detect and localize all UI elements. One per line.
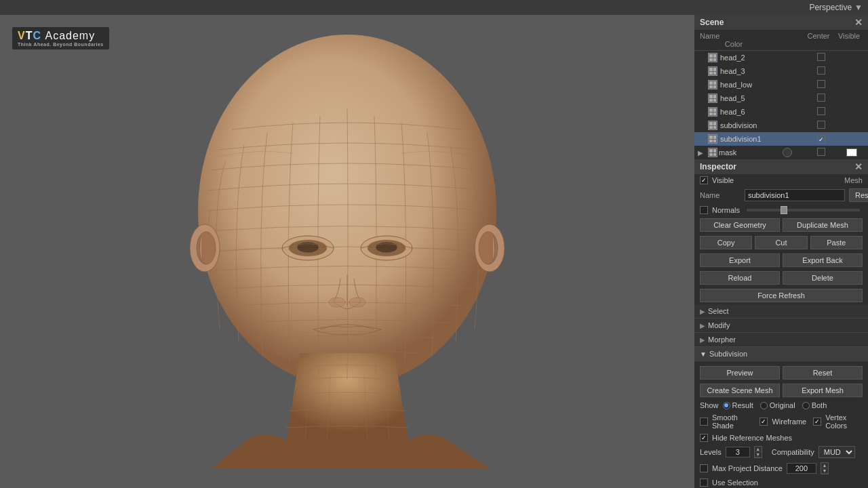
inspector-close-button[interactable]: ✕ <box>854 162 863 171</box>
show-both-option[interactable]: Both <box>802 401 827 409</box>
scene-row-icon-subdivision <box>708 121 717 130</box>
scene-panel: Scene ✕ Name Center Visible Color head <box>694 15 868 159</box>
visible-checkbox[interactable] <box>700 176 708 184</box>
subdivision-section-header[interactable]: ▼ Subdivision <box>694 347 868 361</box>
inspector-panel-header: Inspector ✕ <box>694 159 868 174</box>
scene-row-visible-head_5[interactable] <box>817 94 825 102</box>
scene-column-headers: Name Center Visible Color <box>694 30 868 51</box>
export-button[interactable]: Export <box>700 253 780 267</box>
paste-button[interactable]: Paste <box>810 236 863 249</box>
smooth-shade-checkbox[interactable] <box>700 418 708 426</box>
select-section-header[interactable]: ▶ Select <box>694 304 868 319</box>
normals-slider[interactable] <box>747 209 860 211</box>
scene-row-visible-subdivision[interactable] <box>817 121 825 129</box>
head-wireframe-svg <box>110 21 585 482</box>
use-selection-row: Use Selection <box>694 476 868 488</box>
cut-button[interactable]: Cut <box>755 236 807 249</box>
scene-row-color-mask[interactable] <box>846 148 857 157</box>
levels-row: Levels ▲ ▼ Compatibility MUD <box>694 444 868 460</box>
show-both-radio[interactable] <box>802 402 810 409</box>
scene-row-head_6[interactable]: head_6 <box>694 105 868 119</box>
max-project-distance-row: Max Project Distance ▲ ▼ <box>694 460 868 476</box>
scene-row-subdivision[interactable]: subdivision <box>694 119 868 132</box>
delete-button[interactable]: Delete <box>783 271 863 285</box>
inspector-name-row: Name Reset <box>694 186 868 204</box>
show-original-option[interactable]: Original <box>760 401 795 409</box>
scene-row-name-subdivision: subdivision <box>720 121 757 129</box>
scene-row-visible-head_3[interactable] <box>817 66 825 75</box>
modify-section-header[interactable]: ▶ Modify <box>694 319 868 333</box>
subdiv-reset-button[interactable]: Reset <box>783 366 863 380</box>
scene-row-icon-head_6 <box>708 107 717 117</box>
viewport[interactable]: VTC Academy Think Ahead. Beyond Boundari… <box>0 15 694 488</box>
duplicate-mesh-button[interactable]: Duplicate Mesh <box>783 218 863 232</box>
scene-panel-header: Scene ✕ <box>694 15 868 30</box>
scene-row-expand-mask: ▶ <box>697 149 704 157</box>
reload-button[interactable]: Reload <box>700 271 780 285</box>
hide-reference-row: Hide Reference Meshes <box>694 432 868 444</box>
max-project-distance-spinner[interactable]: ▲ ▼ <box>821 462 829 474</box>
scene-row-head_5[interactable]: head_5 <box>694 92 868 105</box>
normals-checkbox[interactable] <box>700 206 708 214</box>
scene-row-center-mask <box>770 148 804 157</box>
hide-reference-checkbox[interactable] <box>700 434 708 442</box>
vertex-colors-checkbox[interactable] <box>813 418 821 426</box>
scene-row-subdivision1[interactable]: subdivision1 <box>694 132 868 146</box>
use-selection-checkbox[interactable] <box>700 479 708 487</box>
show-row: Show Result Original Both <box>694 399 868 411</box>
max-project-distance-down[interactable]: ▼ <box>821 468 828 474</box>
scene-row-icon-mask <box>708 148 717 157</box>
subdiv-btn-preview-reset: Preview Reset <box>694 364 868 382</box>
shading-options-row: Smooth Shade Wireframe Vertex Colors <box>694 411 868 432</box>
levels-up[interactable]: ▲ <box>755 447 762 452</box>
right-panel: Scene ✕ Name Center Visible Color head <box>694 15 868 488</box>
btn-row-clear-duplicate: Clear Geometry Duplicate Mesh <box>694 216 868 234</box>
inspector-visible-row: Visible Mesh <box>694 174 868 186</box>
scene-row-mask[interactable]: ▶ mask <box>694 146 868 159</box>
show-result-option[interactable]: Result <box>723 401 753 409</box>
copy-button[interactable]: Copy <box>700 236 752 249</box>
scene-row-icon-head_5 <box>708 94 717 103</box>
force-refresh-button[interactable]: Force Refresh <box>700 289 863 302</box>
scene-rows-container: head_2 head_3 <box>694 51 868 159</box>
perspective-label: Perspective <box>809 3 852 12</box>
name-input[interactable] <box>745 189 845 201</box>
morpher-section-header[interactable]: ▶ Morpher <box>694 333 868 347</box>
scene-row-visible-head_low[interactable] <box>817 80 825 88</box>
btn-row-force-refresh: Force Refresh <box>694 287 868 304</box>
levels-input[interactable] <box>726 447 750 458</box>
create-scene-mesh-button[interactable]: Create Scene Mesh <box>700 384 780 397</box>
inspector-panel: Inspector ✕ Visible Mesh Name Reset Norm… <box>694 159 868 488</box>
scene-row-name-head_low: head_low <box>720 81 752 89</box>
scene-close-button[interactable]: ✕ <box>854 18 863 27</box>
show-original-radio[interactable] <box>760 402 768 409</box>
levels-down[interactable]: ▼ <box>755 452 762 458</box>
clear-geometry-button[interactable]: Clear Geometry <box>700 218 780 232</box>
btn-row-copy-cut-paste: Copy Cut Paste <box>694 234 868 251</box>
show-result-radio[interactable] <box>723 402 730 409</box>
scene-row-visible-head_6[interactable] <box>817 107 825 115</box>
scene-row-head_3[interactable]: head_3 <box>694 64 868 78</box>
max-project-distance-checkbox[interactable] <box>700 464 708 472</box>
btn-row-export: Export Export Back <box>694 251 868 269</box>
svg-point-10 <box>349 298 366 307</box>
compatibility-select[interactable]: MUD <box>818 446 855 458</box>
scene-row-head_low[interactable]: head_low <box>694 78 868 92</box>
max-project-distance-input[interactable] <box>787 463 816 474</box>
export-mesh-button[interactable]: Export Mesh <box>783 384 863 397</box>
max-project-distance-up[interactable]: ▲ <box>821 463 828 468</box>
subdivision-content: Preview Reset Create Scene Mesh Export M… <box>694 361 868 488</box>
export-back-button[interactable]: Export Back <box>783 253 863 267</box>
subdiv-btn-create-export: Create Scene Mesh Export Mesh <box>694 382 868 399</box>
svg-point-9 <box>329 298 345 307</box>
show-radio-group: Result Original Both <box>723 401 827 409</box>
preview-button[interactable]: Preview <box>700 366 780 380</box>
wireframe-checkbox[interactable] <box>760 418 768 426</box>
scene-row-visible-head_2[interactable] <box>817 53 825 61</box>
scene-row-head_2[interactable]: head_2 <box>694 51 868 64</box>
normals-slider-handle[interactable] <box>781 206 787 214</box>
levels-spinner[interactable]: ▲ ▼ <box>754 446 762 458</box>
scene-row-visible-mask[interactable] <box>817 148 825 156</box>
scene-row-visible-subdivision1[interactable] <box>817 136 825 144</box>
name-reset-button[interactable]: Reset <box>849 188 868 202</box>
